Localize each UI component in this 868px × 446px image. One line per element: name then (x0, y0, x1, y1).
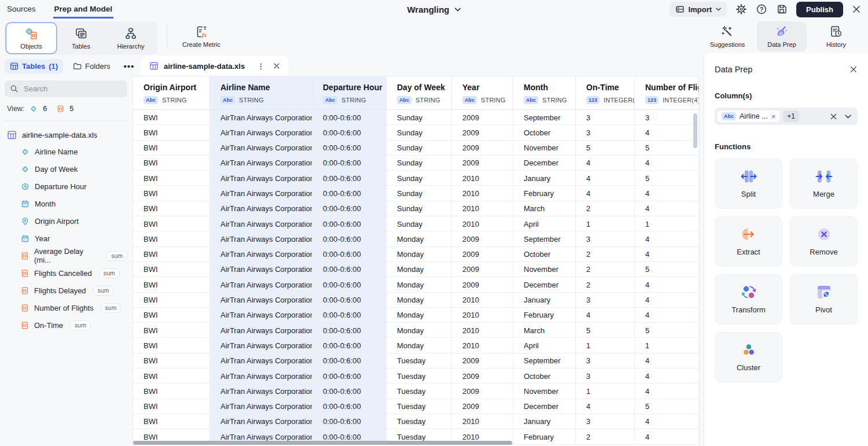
table-cell[interactable]: Sunday (387, 156, 452, 171)
table-cell[interactable]: November (513, 141, 576, 156)
table-cell[interactable]: 5 (576, 141, 635, 156)
function-card-cluster[interactable]: Cluster (715, 332, 782, 382)
table-cell[interactable]: 2009 (452, 141, 513, 156)
table-cell[interactable]: Sunday (387, 201, 452, 216)
table-cell[interactable]: 2 (576, 247, 635, 262)
table-cell[interactable]: 1 (576, 338, 635, 353)
table-cell[interactable]: 5 (576, 323, 635, 338)
table-cell[interactable]: April (513, 338, 576, 353)
table-cell[interactable]: Tuesday (387, 353, 452, 368)
sidebar-field-number-of-flights[interactable]: Number of Flightssum (5, 299, 127, 316)
table-cell[interactable]: Monday (387, 308, 452, 323)
table-cell[interactable]: February (513, 186, 576, 201)
table-cell[interactable]: 0:00-0:6:00 (312, 353, 387, 368)
column-header-airline-name[interactable]: Airline NameAbcSTRING (210, 76, 312, 109)
suggestions-button[interactable]: Suggestions (703, 21, 752, 51)
table-cell[interactable]: 0:00-0:6:00 (312, 323, 387, 338)
table-cell[interactable]: 2009 (452, 125, 513, 140)
document-title-menu[interactable]: Wrangling (407, 0, 461, 19)
sidebar-field-day-of-week[interactable]: Day of Week (5, 160, 127, 178)
table-cell[interactable]: AirTran Airways Corporation (210, 186, 312, 201)
table-cell[interactable]: 0:00-0:6:00 (312, 384, 387, 399)
function-card-pivot[interactable]: Pivot (790, 274, 858, 325)
table-cell[interactable]: 5 (635, 323, 699, 338)
clear-selection-icon[interactable] (830, 113, 837, 120)
table-cell[interactable]: AirTran Airways Corporation (210, 201, 312, 216)
sidebar-tab-tables[interactable]: Tables (1) (5, 59, 63, 73)
table-cell[interactable]: 3 (635, 110, 699, 125)
table-cell[interactable]: 0:00-0:6:00 (312, 308, 387, 323)
selected-column-chip[interactable]: Abc Airline ... × (718, 110, 779, 122)
table-cell[interactable]: AirTran Airways Corporation (210, 141, 312, 156)
tables-button[interactable]: Tables (56, 23, 106, 53)
table-cell[interactable]: 4 (635, 247, 699, 262)
more-columns-chip[interactable]: +1 (783, 110, 799, 122)
table-cell[interactable]: 0:00-0:6:00 (312, 110, 387, 125)
table-cell[interactable]: Monday (387, 277, 452, 292)
table-cell[interactable]: 2010 (452, 186, 513, 201)
table-cell[interactable]: 3 (576, 293, 635, 308)
table-cell[interactable]: 5 (635, 171, 699, 186)
table-cell[interactable]: 1 (635, 338, 699, 353)
table-cell[interactable]: BWI (133, 353, 210, 368)
table-cell[interactable]: 4 (635, 156, 699, 171)
table-cell[interactable]: BWI (133, 247, 210, 262)
table-cell[interactable]: AirTran Airways Corporation (210, 293, 312, 308)
sidebar-table-item[interactable]: airline-sample-data.xls (5, 127, 127, 143)
table-cell[interactable]: 3 (576, 414, 635, 429)
table-cell[interactable]: 3 (576, 231, 635, 246)
table-cell[interactable]: AirTran Airways Corporation (210, 308, 312, 323)
table-cell[interactable]: AirTran Airways Corporation (210, 384, 312, 399)
table-cell[interactable]: 5 (635, 399, 699, 414)
table-cell[interactable]: Monday (387, 247, 452, 262)
table-cell[interactable]: 2009 (452, 247, 513, 262)
table-cell[interactable]: 0:00-0:6:00 (312, 414, 387, 429)
table-cell[interactable]: 2010 (452, 323, 513, 338)
table-cell[interactable]: 1 (576, 216, 635, 231)
table-cell[interactable]: 2 (576, 429, 635, 444)
table-cell[interactable]: February (513, 429, 576, 444)
table-cell[interactable]: 1 (635, 216, 699, 231)
sidebar-field-airline-name[interactable]: Airline Name (5, 143, 127, 160)
table-cell[interactable]: Sunday (387, 171, 452, 186)
table-cell[interactable]: 5 (635, 262, 699, 277)
history-button[interactable]: History (811, 21, 861, 51)
table-cell[interactable]: 0:00-0:6:00 (312, 277, 387, 292)
search-input[interactable] (23, 84, 122, 94)
table-cell[interactable]: October (513, 125, 576, 140)
function-card-split[interactable]: Split (715, 159, 782, 209)
table-cell[interactable]: AirTran Airways Corporation (210, 125, 312, 140)
table-cell[interactable]: AirTran Airways Corporation (210, 399, 312, 414)
table-cell[interactable]: BWI (133, 186, 210, 201)
table-cell[interactable]: Sunday (387, 125, 452, 140)
table-cell[interactable]: BWI (133, 293, 210, 308)
table-cell[interactable]: BWI (133, 231, 210, 246)
table-cell[interactable]: Sunday (387, 141, 452, 156)
table-cell[interactable]: BWI (133, 323, 210, 338)
table-cell[interactable]: 2009 (452, 353, 513, 368)
table-cell[interactable]: Tuesday (387, 384, 452, 399)
table-cell[interactable]: Monday (387, 231, 452, 246)
table-cell[interactable]: 0:00-0:6:00 (312, 201, 387, 216)
table-cell[interactable]: BWI (133, 171, 210, 186)
function-card-extract[interactable]: Extract (715, 216, 782, 267)
kebab-menu-icon[interactable]: ⋮ (257, 62, 264, 71)
table-cell[interactable]: 2010 (452, 293, 513, 308)
table-cell[interactable]: 0:00-0:6:00 (312, 125, 387, 140)
table-cell[interactable]: 0:00-0:6:00 (312, 156, 387, 171)
table-cell[interactable]: BWI (133, 262, 210, 277)
column-header-month[interactable]: MonthAbcSTRING (513, 76, 576, 109)
table-cell[interactable]: 4 (576, 186, 635, 201)
table-cell[interactable]: AirTran Airways Corporation (210, 110, 312, 125)
table-cell[interactable]: October (513, 247, 576, 262)
table-cell[interactable]: 3 (576, 368, 635, 384)
table-cell[interactable]: 5 (635, 141, 699, 156)
table-cell[interactable]: BWI (133, 368, 210, 384)
table-cell[interactable]: 0:00-0:6:00 (312, 338, 387, 353)
table-cell[interactable]: Tuesday (387, 414, 452, 429)
table-cell[interactable]: Monday (387, 293, 452, 308)
table-cell[interactable]: Monday (387, 262, 452, 277)
table-cell[interactable]: March (513, 323, 576, 338)
table-cell[interactable]: AirTran Airways Corporation (210, 338, 312, 353)
table-cell[interactable]: 2010 (452, 201, 513, 216)
